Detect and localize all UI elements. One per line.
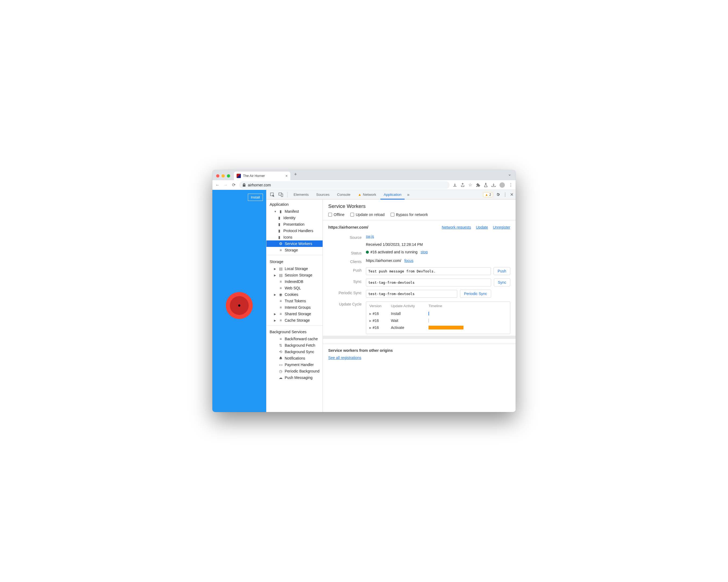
sidebar-item-presentation[interactable]: ▮Presentation — [266, 221, 322, 228]
warnings-badge[interactable]: ▲2 — [483, 192, 493, 197]
sidebar-item-service-workers[interactable]: ⚙Service Workers — [266, 241, 322, 247]
sidebar-item-background-fetch[interactable]: ⇅Background Fetch — [266, 342, 322, 349]
received-text: Received 1/30/2023, 12:28:14 PM — [366, 242, 510, 247]
timeline-bar — [428, 326, 464, 329]
tab-title: The Air Horner — [243, 174, 265, 178]
sidebar-item-shared-storage[interactable]: ▶≡Shared Storage — [266, 311, 322, 317]
extensions-icon[interactable] — [476, 183, 480, 187]
air-horn-button[interactable] — [226, 292, 253, 319]
timeline-marker — [428, 312, 429, 315]
clock-icon: ◷ — [279, 369, 283, 373]
devtools: Elements Sources Console ▲Network Applic… — [266, 190, 516, 412]
sync-button[interactable]: Sync — [494, 278, 510, 286]
cycle-row[interactable]: ▶#16 Install — [369, 310, 507, 317]
sidebar-item-cookies[interactable]: ▶◉Cookies — [266, 291, 322, 298]
network-requests-link[interactable]: Network requests — [442, 225, 471, 229]
sync-icon: ⟲ — [279, 350, 283, 354]
database-icon: ≡ — [279, 279, 283, 284]
install-button[interactable]: Install — [248, 194, 263, 201]
periodic-sync-input[interactable] — [366, 290, 457, 298]
sidebar-item-indexeddb[interactable]: ≡IndexedDB — [266, 278, 322, 285]
reload-button[interactable]: ⟳ — [231, 182, 236, 187]
sidebar-item-protocol-handlers[interactable]: ▮Protocol Handlers — [266, 228, 322, 234]
sync-input[interactable] — [366, 279, 491, 286]
sidebar-item-payment-handler[interactable]: ▭Payment Handler — [266, 361, 322, 368]
sidebar-item-interest-groups[interactable]: ≡Interest Groups — [266, 304, 322, 311]
file-icon: ▮ — [277, 222, 282, 226]
section-application: Application — [266, 200, 322, 208]
cookie-icon: ◉ — [279, 292, 283, 297]
timeline-marker — [428, 319, 429, 323]
new-tab-button[interactable]: + — [292, 172, 299, 179]
source-label: Source — [328, 234, 366, 239]
url-actions: ☆ ⋮ — [453, 182, 513, 188]
sidebar-item-cache-storage[interactable]: ▶≡Cache Storage — [266, 317, 322, 324]
sidebar-item-icons[interactable]: ▮Icons — [266, 234, 322, 241]
sidebar-item-trust-tokens[interactable]: ≡Trust Tokens — [266, 298, 322, 304]
sidebar-item-periodic-background[interactable]: ◷Periodic Background — [266, 368, 322, 374]
tab-sources[interactable]: Sources — [313, 190, 333, 200]
sidebar-item-local-storage[interactable]: ▶▤Local Storage — [266, 265, 322, 272]
tab-application[interactable]: Application — [381, 190, 405, 200]
service-workers-panel: Service Workers Offline Update on reload… — [323, 200, 516, 412]
install-pwa-icon[interactable] — [453, 183, 457, 187]
close-window-button[interactable] — [216, 174, 219, 177]
card-icon: ▭ — [279, 362, 283, 367]
cloud-icon: ☁ — [279, 376, 283, 380]
share-icon[interactable] — [461, 183, 465, 187]
sidebar-item-bfcache[interactable]: ≡Back/forward cache — [266, 336, 322, 342]
col-version: Version — [369, 304, 386, 308]
maximize-window-button[interactable] — [227, 174, 230, 177]
see-all-registrations-link[interactable]: See all registrations — [328, 356, 361, 360]
back-button[interactable]: ← — [215, 183, 220, 187]
settings-icon[interactable] — [496, 192, 500, 197]
tab-elements[interactable]: Elements — [290, 190, 312, 200]
close-devtools-icon[interactable]: ✕ — [510, 192, 514, 197]
sidebar-item-identity[interactable]: ▮Identity — [266, 214, 322, 221]
sidebar-item-background-sync[interactable]: ⟲Background Sync — [266, 349, 322, 355]
minimize-window-button[interactable] — [222, 174, 225, 177]
inspect-icon[interactable] — [268, 192, 276, 197]
sw-options: Offline Update on reload Bypass for netw… — [328, 212, 510, 220]
source-file-link[interactable]: sw.js — [366, 234, 374, 238]
push-label: Push — [328, 267, 366, 273]
labs-icon[interactable] — [484, 183, 488, 187]
cycle-row[interactable]: ▶#16 Wait — [369, 317, 507, 324]
offline-checkbox[interactable]: Offline — [328, 212, 344, 217]
other-origins-title: Service workers from other origins — [328, 348, 510, 353]
update-link[interactable]: Update — [476, 225, 488, 229]
browser-menu-icon[interactable]: ⋮ — [509, 182, 513, 187]
unregister-link[interactable]: Unregister — [493, 225, 510, 229]
downloads-icon[interactable] — [491, 183, 496, 187]
sidebar-item-websql[interactable]: ≡Web SQL — [266, 285, 322, 291]
bypass-network-checkbox[interactable]: Bypass for network — [391, 212, 428, 217]
push-input[interactable] — [366, 267, 491, 275]
close-tab-icon[interactable]: × — [286, 174, 288, 178]
update-on-reload-checkbox[interactable]: Update on reload — [350, 212, 385, 217]
browser-tab[interactable]: The Air Horner × — [234, 172, 290, 180]
address-bar[interactable]: airhorner.com — [239, 181, 449, 189]
status-label: Status — [328, 250, 366, 255]
tab-network[interactable]: ▲Network — [355, 190, 379, 200]
tab-list-button[interactable]: ⌄ — [506, 172, 514, 179]
urlbar: ← → ⟳ airhorner.com ☆ ⋮ — [212, 180, 516, 190]
profile-avatar[interactable] — [499, 182, 505, 188]
cycle-row[interactable]: ▶#16 Activate — [369, 324, 507, 331]
status-dot-icon — [366, 251, 369, 254]
device-toggle-icon[interactable] — [277, 192, 285, 197]
devtools-tabbar: Elements Sources Console ▲Network Applic… — [266, 190, 516, 200]
sidebar-item-storage[interactable]: ≡Storage — [266, 247, 322, 253]
stop-link[interactable]: stop — [421, 250, 428, 254]
sidebar-item-session-storage[interactable]: ▶▤Session Storage — [266, 272, 322, 278]
scope-url: https://airhorner.com/ — [328, 225, 368, 229]
focus-link[interactable]: focus — [404, 258, 413, 263]
tab-console[interactable]: Console — [334, 190, 354, 200]
sidebar-item-notifications[interactable]: 🔔︎Notifications — [266, 355, 322, 361]
periodic-sync-button[interactable]: Periodic Sync — [460, 290, 491, 298]
sidebar-item-manifest[interactable]: ▼▮Manifest — [266, 208, 322, 214]
sidebar-item-push-messaging[interactable]: ☁Push Messaging — [266, 374, 322, 381]
bookmark-icon[interactable]: ☆ — [468, 182, 472, 187]
devtools-menu-icon[interactable]: ⋮ — [503, 192, 507, 197]
more-tabs-icon[interactable]: » — [406, 192, 411, 197]
push-button[interactable]: Push — [494, 267, 510, 275]
